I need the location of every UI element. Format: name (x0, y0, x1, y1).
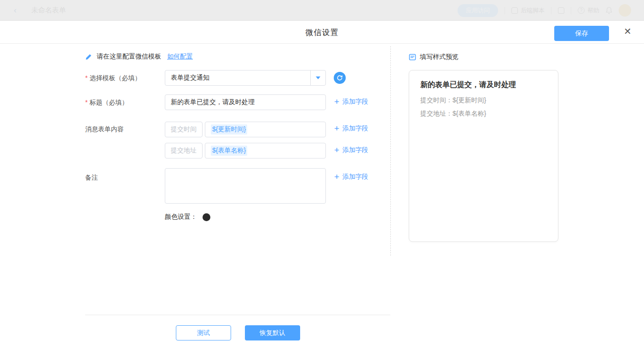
divider (505, 7, 505, 14)
wechat-settings-dialog: ‹ 未命名表单 应用访问 后端脚本 ? 帮助 (0, 0, 644, 352)
add-field-link-row-1[interactable]: + 添加字段 (334, 124, 368, 133)
content-key-input-2[interactable]: 提交地址 (165, 143, 203, 158)
how-to-configure-link[interactable]: 如何配置 (167, 53, 193, 61)
dialog-header: 微信设置 保存 ✕ (0, 21, 644, 44)
close-icon[interactable]: ✕ (624, 27, 632, 36)
content-key-input-1[interactable]: 提交时间 (165, 122, 203, 137)
title-input-value: 新的表单已提交，请及时处理 (171, 98, 255, 106)
plus-icon: + (334, 174, 339, 180)
config-hint-text: 请在这里配置微信模板 (97, 53, 161, 61)
help-label: 帮助 (587, 6, 599, 15)
backend-script-button[interactable]: 后端脚本 (511, 6, 545, 15)
test-button[interactable]: 测试 (176, 325, 231, 340)
app-access-button[interactable]: 应用访问 (458, 4, 498, 17)
content-key-placeholder-1: 提交时间 (171, 125, 197, 134)
footer-divider (85, 315, 390, 315)
content-value-input-1[interactable]: ${更新时间} (205, 122, 326, 137)
restore-default-button[interactable]: 恢复默认 (245, 325, 300, 340)
add-field-link-title[interactable]: + 添加字段 (334, 98, 368, 106)
title-input[interactable]: 新的表单已提交，请及时处理 (165, 94, 326, 110)
backend-script-label: 后端脚本 (521, 6, 545, 15)
form-name-title: 未命名表单 (31, 6, 66, 15)
template-select-value: 表单提交通知 (165, 74, 310, 82)
remark-label: 备注 (85, 174, 98, 182)
required-mark: * (85, 99, 87, 106)
color-swatch[interactable] (203, 213, 210, 221)
preview-line: 提交时间：${更新时间} (420, 96, 547, 105)
app-topbar: ‹ 未命名表单 应用访问 后端脚本 ? 帮助 (0, 0, 644, 21)
content-label: 消息表单内容 (85, 125, 124, 134)
color-setting-row: 颜色设置： (165, 213, 210, 221)
document-icon (409, 53, 416, 61)
avatar[interactable] (619, 4, 631, 17)
app-grid-icon[interactable] (558, 7, 564, 14)
content-value-input-2[interactable]: ${表单名称} (205, 143, 326, 158)
pencil-icon (85, 53, 93, 60)
vertical-divider (390, 46, 391, 256)
dialog-title: 微信设置 (0, 27, 644, 38)
chevron-down-icon[interactable] (310, 70, 325, 85)
field-token: ${表单名称} (211, 146, 247, 156)
refresh-icon (337, 75, 343, 81)
plus-icon: + (334, 147, 339, 153)
field-token: ${更新时间} (211, 124, 247, 135)
preview-line: 提交地址：${表单名称} (420, 110, 547, 118)
preview-card: 新的表单已提交，请及时处理 提交时间：${更新时间} 提交地址：${表单名称} (409, 70, 558, 242)
back-icon[interactable]: ‹ (14, 6, 17, 15)
preview-card-title: 新的表单已提交，请及时处理 (420, 80, 547, 90)
refresh-button[interactable] (334, 72, 346, 84)
preview-header-label: 填写样式预览 (420, 53, 458, 61)
content-key-placeholder-2: 提交地址 (171, 147, 197, 155)
save-button[interactable]: 保存 (554, 26, 609, 41)
plus-icon: + (334, 125, 339, 132)
preview-header: 填写样式预览 (409, 53, 458, 61)
script-icon (511, 7, 518, 14)
remark-textarea[interactable] (165, 168, 326, 204)
divider (571, 7, 571, 14)
bell-icon[interactable] (606, 7, 612, 14)
divider (551, 7, 551, 14)
color-setting-label: 颜色设置： (165, 213, 197, 221)
template-label: *选择模板（必填） (85, 74, 141, 82)
config-hint-row: 请在这里配置微信模板 如何配置 (85, 53, 193, 61)
add-field-link-remark[interactable]: + 添加字段 (334, 173, 368, 181)
help-button[interactable]: ? 帮助 (578, 6, 599, 15)
template-select[interactable]: 表单提交通知 (165, 70, 326, 86)
add-field-link-row-2[interactable]: + 添加字段 (334, 146, 368, 154)
required-mark: * (85, 74, 87, 82)
plus-icon: + (334, 99, 339, 105)
question-icon: ? (578, 7, 585, 14)
title-label: *标题（必填） (85, 99, 128, 107)
